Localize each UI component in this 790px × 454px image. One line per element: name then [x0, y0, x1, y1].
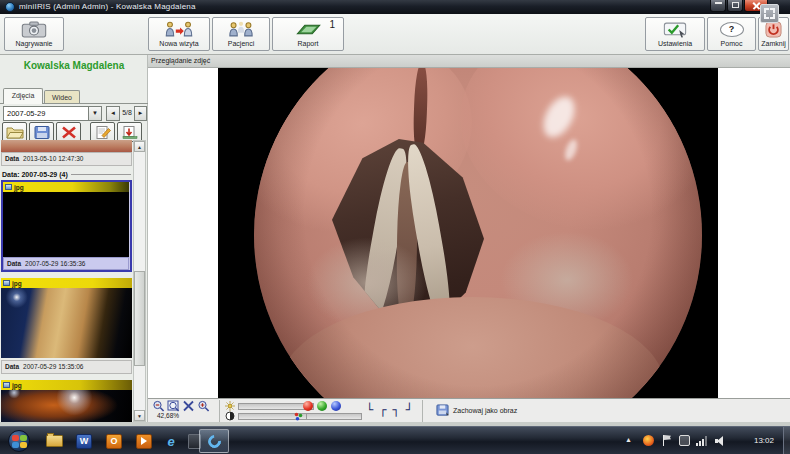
antivirus-tray-icon[interactable]: [643, 435, 654, 446]
date-dropdown-arrow-button[interactable]: ▼: [88, 106, 102, 121]
save-as-image-button[interactable]: Zachowaj jako obraz: [431, 401, 522, 420]
scroll-down-button[interactable]: ▼: [134, 410, 145, 421]
rotate-bottom-right-button[interactable]: ┘: [406, 402, 413, 418]
export-image-button[interactable]: [117, 122, 142, 142]
restore-button[interactable]: [727, 0, 743, 12]
edit-description-button[interactable]: [90, 122, 115, 142]
group-header-text: Data: 2007-05-29 (4): [2, 171, 68, 178]
delete-button[interactable]: [56, 122, 81, 142]
restore-icon: [732, 2, 739, 8]
scroll-up-button[interactable]: ▲: [134, 141, 145, 152]
save-button[interactable]: [29, 122, 54, 142]
green-channel-ball[interactable]: [317, 401, 327, 411]
rotate-bottom-left-button[interactable]: └: [366, 402, 373, 418]
taskbar-word-button[interactable]: W: [74, 432, 94, 450]
thumbnail-2013-partial[interactable]: [1, 140, 132, 152]
thumbnail-date-row[interactable]: Data2007-05-29 15:35:06: [1, 360, 132, 374]
network-signal-icon[interactable]: [696, 436, 708, 446]
taskbar-clock[interactable]: 13:02: [754, 436, 774, 445]
endoscopy-image-canvas[interactable]: [218, 68, 718, 398]
rgb-dots-icon: [294, 412, 303, 421]
zoom-in-icon[interactable]: [197, 400, 211, 412]
red-channel-ball[interactable]: [303, 401, 313, 411]
thumbnail-tissue-image[interactable]: jpg: [1, 278, 132, 358]
floppy-disk-icon: [33, 126, 51, 139]
open-button[interactable]: [2, 122, 27, 142]
record-button[interactable]: Nagrywanie: [4, 17, 64, 51]
group-header-line: [71, 174, 131, 175]
zoom-reset-icon[interactable]: [182, 400, 196, 412]
image-pager-count: 5/8: [120, 109, 134, 116]
image-viewer-panel: Przeglądanie zdjęć: [148, 55, 790, 422]
rgb-balls-group: [303, 401, 341, 411]
patient-sidebar: Kowalska Magdalena Zdjęcia Wideo 2007-05…: [0, 55, 148, 422]
volume-icon[interactable]: [715, 436, 726, 446]
minimize-icon: [715, 2, 722, 4]
tab-video[interactable]: Wideo: [44, 90, 80, 104]
zoom-fit-icon[interactable]: [167, 400, 181, 412]
patients-label: Pacjenci: [228, 40, 254, 48]
thumbnail-partial-bottom[interactable]: jpg: [1, 380, 132, 422]
report-button[interactable]: 1 Raport: [272, 17, 344, 51]
taskbar-office-button[interactable]: O: [104, 432, 124, 450]
contrast-icon: [225, 411, 235, 421]
start-button[interactable]: [8, 430, 30, 452]
next-image-button[interactable]: ►: [134, 106, 147, 121]
remove-hardware-icon[interactable]: [679, 435, 690, 446]
word-icon: W: [76, 434, 92, 449]
taskbar-explorer-button[interactable]: [44, 432, 64, 450]
previous-image-button[interactable]: ◄: [106, 106, 120, 121]
action-center-flag-icon[interactable]: [662, 435, 672, 446]
taskbar-miniiris-active-button[interactable]: [199, 429, 229, 453]
record-label: Nagrywanie: [16, 40, 53, 48]
minimize-button[interactable]: [710, 0, 726, 12]
patients-icon: [213, 18, 269, 40]
rgb-slider[interactable]: [306, 413, 362, 420]
date-value: 2007-05-29 16:35:36: [25, 260, 85, 267]
patients-button[interactable]: Pacjenci: [212, 17, 270, 51]
date-group-header: Data: 2007-05-29 (4): [2, 168, 131, 180]
thumbnail-date-row[interactable]: Data2013-05-10 12:47:30: [1, 152, 132, 166]
settings-label: Ustawienia: [658, 40, 692, 48]
date-filter-dropdown[interactable]: 2007-05-29: [3, 106, 89, 121]
export-download-icon: [121, 126, 139, 139]
brightness-sun-icon: [225, 401, 235, 411]
scroll-up-icon: ▲: [137, 144, 142, 150]
new-visit-icon: [149, 18, 209, 40]
tab-photos[interactable]: Zdjęcia: [3, 88, 43, 104]
taskbar-ie-button[interactable]: e: [161, 432, 181, 450]
screenshot-expand-icon[interactable]: [760, 4, 779, 23]
settings-button[interactable]: Ustawienia: [645, 17, 705, 51]
new-visit-button[interactable]: Nowa wizyta: [148, 17, 210, 51]
thumbnail-selected-item[interactable]: jpg Data2007-05-29 16:35:36: [1, 180, 132, 272]
thumbnail-fundus-image: jpg: [3, 182, 129, 257]
thumbnail-scrollbar[interactable]: ▲ ▼: [133, 140, 146, 422]
image-file-icon: [3, 280, 10, 286]
rotate-top-left-button[interactable]: ┌: [379, 402, 386, 418]
internet-explorer-icon: e: [167, 434, 174, 449]
chevron-down-icon: ▼: [92, 110, 98, 116]
explorer-folder-icon: [46, 435, 63, 447]
title-bar: miniIRIS (Admin Admin) - Kowalska Magdal…: [0, 0, 790, 14]
office-app-icon: O: [106, 434, 122, 449]
arrow-right-icon: ►: [138, 110, 144, 116]
thumbnail-list: Data2013-05-10 12:47:30 Data: 2007-05-29…: [0, 140, 133, 422]
rotate-top-right-button[interactable]: ┐: [392, 402, 399, 418]
scroll-down-icon: ▼: [137, 413, 142, 419]
taskbar-media-button[interactable]: [134, 432, 154, 450]
miniiris-logo-icon: [205, 432, 223, 450]
scrollbar-thumb[interactable]: [134, 271, 145, 366]
show-desktop-button[interactable]: [783, 427, 790, 454]
settings-icon: [646, 18, 704, 40]
date-value: 2007-05-29 15:35:06: [23, 363, 83, 370]
jpg-badge-text: jpg: [12, 280, 22, 287]
help-button[interactable]: ? Pomoc: [707, 17, 756, 51]
main-toolbar: Nagrywanie Nowa wizyta Pacjenci 1 Raport: [0, 14, 790, 55]
zoom-out-icon[interactable]: [152, 400, 166, 412]
app-window: miniIRIS (Admin Admin) - Kowalska Magdal…: [0, 0, 790, 454]
separator: [422, 400, 423, 422]
tray-expand-button[interactable]: ▲: [625, 436, 632, 443]
date-label: Data: [5, 363, 19, 370]
blue-channel-ball[interactable]: [331, 401, 341, 411]
jpg-badge-text: jpg: [12, 382, 22, 389]
